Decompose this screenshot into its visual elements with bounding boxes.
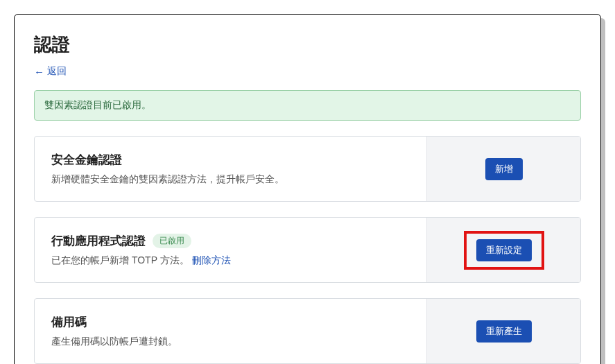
security-key-title: 安全金鑰認證 bbox=[51, 152, 410, 168]
alert-text: 雙因素認證目前已啟用。 bbox=[44, 99, 151, 110]
totp-desc: 已在您的帳戶新增 TOTP 方法。 刪除方法 bbox=[51, 254, 410, 267]
add-security-key-button[interactable]: 新增 bbox=[485, 158, 523, 180]
totp-title: 行動應用程式認證 已啟用 bbox=[51, 233, 410, 249]
card-side: 重新產生 bbox=[426, 299, 580, 363]
totp-title-text: 行動應用程式認證 bbox=[51, 233, 146, 249]
backup-codes-card: 備用碼 產生備用碼以防帳戶遭封鎖。 重新產生 bbox=[34, 298, 581, 364]
security-key-desc: 新增硬體安全金鑰的雙因素認證方法，提升帳戶安全。 bbox=[51, 173, 410, 186]
remove-totp-link[interactable]: 刪除方法 bbox=[192, 254, 231, 266]
card-side: 重新設定 bbox=[426, 218, 580, 282]
card-body: 安全金鑰認證 新增硬體安全金鑰的雙因素認證方法，提升帳戶安全。 bbox=[35, 137, 426, 201]
backup-title: 備用碼 bbox=[51, 314, 410, 330]
regenerate-backup-button[interactable]: 重新產生 bbox=[476, 320, 532, 343]
totp-desc-text: 已在您的帳戶新增 TOTP 方法。 bbox=[51, 254, 189, 266]
highlight-box: 重新設定 bbox=[464, 231, 544, 270]
status-alert: 雙因素認證目前已啟用。 bbox=[34, 90, 581, 121]
back-label: 返回 bbox=[47, 65, 67, 78]
card-side: 新增 bbox=[426, 137, 580, 201]
enabled-badge: 已啟用 bbox=[153, 234, 191, 248]
auth-panel: 認證 ← 返回 雙因素認證目前已啟用。 安全金鑰認證 新增硬體安全金鑰的雙因素認… bbox=[14, 14, 601, 364]
back-link[interactable]: ← 返回 bbox=[34, 65, 67, 78]
reset-totp-button[interactable]: 重新設定 bbox=[476, 239, 532, 261]
page-title: 認證 bbox=[34, 33, 581, 57]
arrow-left-icon: ← bbox=[34, 67, 44, 77]
card-body: 備用碼 產生備用碼以防帳戶遭封鎖。 bbox=[35, 299, 426, 363]
security-key-card: 安全金鑰認證 新增硬體安全金鑰的雙因素認證方法，提升帳戶安全。 新增 bbox=[34, 136, 581, 202]
totp-card: 行動應用程式認證 已啟用 已在您的帳戶新增 TOTP 方法。 刪除方法 重新設定 bbox=[34, 217, 581, 283]
card-body: 行動應用程式認證 已啟用 已在您的帳戶新增 TOTP 方法。 刪除方法 bbox=[35, 218, 426, 282]
backup-desc: 產生備用碼以防帳戶遭封鎖。 bbox=[51, 336, 410, 348]
